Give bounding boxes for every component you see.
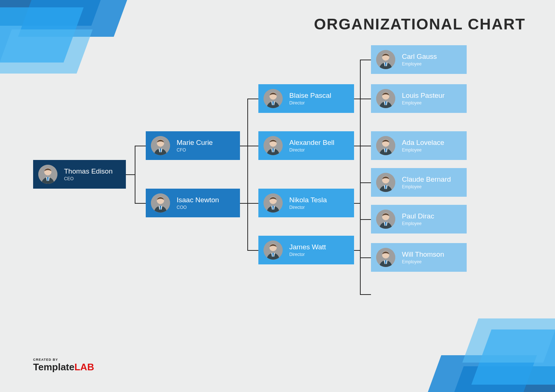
- node-employee: Carl Gauss Employee: [371, 45, 467, 74]
- node-cfo: Marie Curie CFO: [146, 131, 240, 160]
- node-director: Nikola Tesla Director: [258, 189, 354, 217]
- brand-name-b: LAB: [74, 361, 94, 373]
- avatar-icon: [151, 193, 170, 213]
- node-name: Carl Gauss: [402, 53, 437, 61]
- decor-top-left: [0, 0, 169, 110]
- avatar-icon: [264, 193, 283, 213]
- avatar-icon: [38, 165, 57, 184]
- node-name: James Watt: [289, 243, 326, 251]
- node-name: Claude Bernard: [402, 175, 451, 183]
- node-name: Marie Curie: [177, 139, 213, 147]
- node-role: Director: [289, 147, 335, 153]
- avatar-icon: [264, 136, 283, 155]
- avatar-icon: [264, 240, 283, 260]
- avatar-icon: [264, 89, 283, 108]
- node-role: Employee: [402, 147, 444, 153]
- node-employee: Will Thomson Employee: [371, 243, 467, 272]
- node-name: Paul Dirac: [402, 212, 434, 220]
- node-employee: Claude Bernard Employee: [371, 168, 467, 197]
- node-role: Employee: [402, 100, 445, 106]
- credit-label: CREATED BY: [33, 358, 94, 361]
- node-name: Alexander Bell: [289, 139, 335, 147]
- page-title: ORGANIZATIONAL CHART: [314, 15, 526, 33]
- node-role: COO: [177, 205, 219, 210]
- node-director: James Watt Director: [258, 236, 354, 264]
- avatar-icon: [376, 89, 395, 108]
- node-role: Employee: [402, 61, 437, 67]
- avatar-icon: [376, 50, 395, 69]
- node-role: Employee: [402, 184, 451, 189]
- avatar-icon: [151, 136, 170, 155]
- node-name: Isaac Newton: [177, 196, 219, 204]
- node-employee: Louis Pasteur Employee: [371, 84, 467, 113]
- node-role: Employee: [402, 259, 444, 264]
- node-employee: Ada Lovelace Employee: [371, 131, 467, 160]
- node-name: Will Thomson: [402, 250, 444, 259]
- node-name: Thomas Edison: [64, 167, 113, 175]
- footer-credit: CREATED BY TemplateLAB: [33, 358, 94, 373]
- node-name: Nikola Tesla: [289, 196, 327, 204]
- brand-name-a: Template: [33, 361, 74, 373]
- avatar-icon: [376, 136, 395, 155]
- node-name: Blaise Pascal: [289, 92, 331, 100]
- node-role: CEO: [64, 176, 113, 181]
- node-director: Alexander Bell Director: [258, 131, 354, 160]
- node-role: CFO: [177, 147, 213, 153]
- node-name: Ada Lovelace: [402, 139, 444, 147]
- avatar-icon: [376, 173, 395, 192]
- node-name: Louis Pasteur: [402, 92, 445, 100]
- node-role: Employee: [402, 221, 434, 226]
- avatar-icon: [376, 210, 395, 229]
- node-director: Blaise Pascal Director: [258, 84, 354, 113]
- decor-bottom-right: [386, 282, 555, 392]
- node-coo: Isaac Newton COO: [146, 189, 240, 217]
- node-ceo: Thomas Edison CEO: [33, 160, 126, 189]
- node-role: Director: [289, 205, 327, 210]
- avatar-icon: [376, 248, 395, 267]
- node-role: Director: [289, 100, 331, 106]
- node-role: Director: [289, 252, 326, 257]
- node-employee: Paul Dirac Employee: [371, 205, 467, 234]
